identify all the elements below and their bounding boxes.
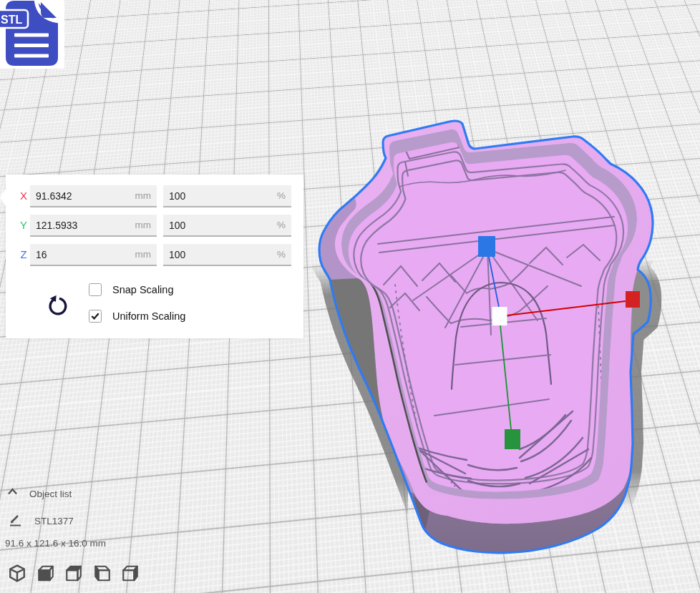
y-mm-field[interactable]: 121.5933 mm [30, 215, 157, 237]
snap-scaling-checkbox[interactable] [89, 283, 102, 296]
scale-handle-z[interactable] [478, 236, 495, 257]
z-percent-value: 100 [169, 249, 185, 260]
y-mm-value: 121.5933 [36, 220, 77, 231]
x-percent-field[interactable]: 100 % [163, 185, 291, 207]
y-mm-unit: mm [135, 220, 152, 230]
scale-tool-panel: X 91.6342 mm 100 % Y 121.5933 mm 100 % Z… [6, 175, 303, 338]
z-percent-unit: % [277, 249, 286, 260]
y-percent-unit: % [277, 220, 286, 230]
stl-badge-label: STL [1, 14, 22, 26]
scale-row-y: Y 121.5933 mm 100 % [6, 215, 303, 237]
model-dimensions-label: 91.6 x 121.6 x 16.0 mm [5, 538, 106, 549]
stl-file-icon[interactable]: STL [0, 0, 64, 69]
view-left-button[interactable] [93, 564, 112, 583]
x-percent-value: 100 [169, 190, 185, 202]
view-right-button[interactable] [121, 564, 140, 583]
view-3d-icon [8, 564, 26, 583]
uniform-scaling-checkbox[interactable] [89, 310, 102, 323]
y-percent-value: 100 [169, 220, 185, 231]
view-right-icon [121, 564, 140, 583]
chevron-up-icon [6, 486, 18, 496]
view-top-button[interactable] [64, 564, 83, 583]
view-left-icon [93, 564, 112, 583]
z-mm-field[interactable]: 16 mm [30, 244, 157, 266]
view-front-icon [37, 564, 55, 583]
reset-scale-button[interactable] [46, 293, 70, 318]
x-mm-field[interactable]: 91.6342 mm [30, 185, 157, 207]
stl-document-icon: STL [0, 0, 64, 69]
axis-label-z: Z [16, 244, 31, 265]
object-list-toggle[interactable]: Object list [6, 486, 18, 499]
scale-row-z: Z 16 mm 100 % [6, 244, 303, 266]
object-name-label: STL1377 [34, 516, 74, 526]
view-3d-button[interactable] [8, 564, 26, 583]
scale-handle-center[interactable] [492, 307, 507, 325]
checkmark-icon [89, 310, 101, 322]
x-percent-unit: % [277, 190, 286, 201]
scale-row-x: X 91.6342 mm 100 % [6, 185, 303, 207]
y-percent-field[interactable]: 100 % [163, 215, 291, 237]
z-mm-unit: mm [135, 249, 152, 260]
reset-icon [46, 293, 70, 318]
edit-pencil-icon [9, 513, 23, 527]
scale-handle-y[interactable] [505, 429, 520, 449]
z-percent-field[interactable]: 100 % [163, 244, 291, 266]
panel-pointer-arrow [0, 189, 6, 206]
uniform-scaling-label: Uniform Scaling [112, 310, 185, 323]
snap-scaling-label: Snap Scaling [112, 283, 173, 297]
view-front-button[interactable] [37, 564, 55, 583]
object-list-label: Object list [29, 489, 72, 499]
object-name-row[interactable]: STL1377 [9, 513, 23, 529]
scale-handle-x[interactable] [626, 291, 640, 308]
camera-view-toolbar [8, 564, 140, 583]
z-mm-value: 16 [36, 249, 47, 260]
axis-label-y: Y [16, 215, 31, 235]
axis-label-x: X [16, 185, 31, 206]
x-mm-value: 91.6342 [36, 190, 72, 202]
view-top-icon [64, 564, 83, 583]
x-mm-unit: mm [135, 190, 152, 201]
